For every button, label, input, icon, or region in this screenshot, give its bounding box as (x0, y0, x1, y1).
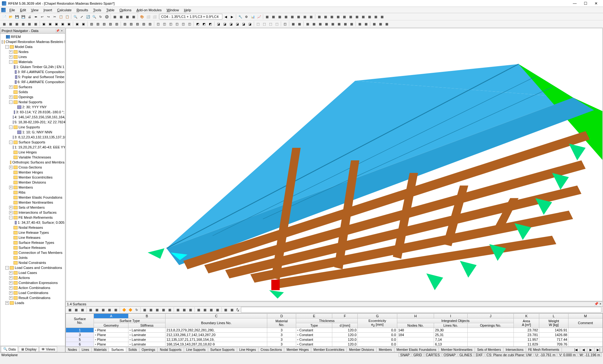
toolbar-button[interactable]: ◩ (201, 21, 207, 27)
toolbar-button[interactable]: ◀ (223, 14, 229, 20)
toolbar-button[interactable]: ◩ (207, 21, 213, 27)
collapse-icon[interactable]: - (5, 266, 9, 270)
table-close-icon[interactable]: × (600, 302, 601, 306)
table-row[interactable]: 6▫ Plane▫ Laminate168,154,19,143,287,20,… (66, 342, 603, 347)
tree-node[interactable]: +Loads (1, 300, 64, 305)
tree-node[interactable]: 3: RF-LAMINATE Composition (1, 69, 64, 74)
bottom-tab-member-elastic-foundations[interactable]: Member Elastic Foundations (394, 348, 439, 352)
table-toolbar-button[interactable]: ▦ (113, 307, 119, 313)
collapse-icon[interactable]: - (9, 141, 13, 144)
tree-node[interactable]: -Nodal Supports (1, 99, 64, 104)
table-toolbar-button[interactable]: ▦ (175, 307, 181, 313)
table-toolbar-button[interactable]: ▦ (100, 307, 106, 313)
table-pin-icon[interactable]: 📌 (594, 302, 599, 306)
navigator-tab-data[interactable]: 🔍Data (1, 346, 18, 352)
toolbar-button[interactable]: ▨ (134, 21, 140, 27)
bottom-tab-nodal-supports[interactable]: Nodal Supports (158, 348, 184, 352)
toolbar-button[interactable]: ▣ (66, 21, 72, 27)
toolbar-button[interactable]: ◫ (180, 21, 186, 27)
tree-node[interactable]: +Result Combinations (1, 295, 64, 300)
toolbar-button[interactable]: 🔘 (104, 14, 110, 20)
toolbar-button[interactable]: ▣ (53, 21, 59, 27)
expand-icon[interactable]: + (9, 296, 13, 300)
toolbar-button[interactable]: 🖨 (26, 14, 32, 20)
navigator-close-icon[interactable]: × (60, 29, 64, 33)
toolbar-button[interactable]: ◫ (161, 21, 167, 27)
tree-node[interactable]: Joints (1, 255, 64, 260)
tree-node[interactable]: Orthotropic Surfaces and Membra (1, 160, 64, 165)
toolbar-button[interactable]: ▦ (357, 21, 363, 27)
expand-icon[interactable]: + (9, 291, 13, 295)
toolbar-button[interactable]: 📈 (256, 14, 262, 20)
toolbar-button[interactable]: ⬚ (261, 21, 267, 27)
tree-node[interactable]: RFEM (1, 34, 64, 39)
tab-nav-button[interactable]: ◀ (580, 348, 587, 352)
collapse-icon[interactable]: - (9, 60, 13, 64)
toolbar-button[interactable]: ▦ (341, 14, 347, 20)
tree-node[interactable]: Member Elastic Foundations (1, 195, 64, 200)
toolbar-button[interactable]: ▦ (26, 21, 32, 27)
menu-edit[interactable]: Edit (18, 8, 29, 13)
bottom-tab-line-hinges[interactable]: Line Hinges (237, 348, 258, 352)
navigator-tree[interactable]: RFEM-Chapel Restoration Maderas Besteiro… (0, 34, 65, 346)
table-toolbar-button[interactable]: ▦ (154, 307, 160, 313)
tree-node[interactable]: +Action Combinations (1, 285, 64, 290)
collapse-icon[interactable]: - (9, 216, 13, 219)
collapse-icon[interactable]: - (9, 126, 13, 129)
table-toolbar-button[interactable]: ▦ (148, 307, 154, 313)
tree-node[interactable]: Ribs (1, 190, 64, 195)
table-row[interactable]: 1▫ Plane▫ Laminate213,8,23,279,282,262,2… (66, 328, 603, 333)
table-toolbar-button[interactable]: ↻ (133, 307, 139, 313)
table-toolbar-button[interactable]: ▦ (142, 307, 148, 313)
tree-node[interactable]: 6: RF-LAMINATE Composition (1, 79, 64, 84)
toolbar-button[interactable]: ▦ (360, 14, 366, 20)
menu-calculate[interactable]: Calculate (55, 8, 74, 13)
table-row[interactable]: 5▫ Plane▫ Laminate12,135,137,21,171,168,… (66, 337, 603, 342)
toolbar-button[interactable]: ▦ (308, 14, 314, 20)
toolbar-button[interactable]: ◫ (282, 21, 288, 27)
tree-node[interactable]: -Chapel Restoration Maderas Besteiro Sp (1, 39, 64, 44)
tree-node[interactable]: 1: Glulam Timber GL24h | EN 1 (1, 64, 64, 69)
table-toolbar-button[interactable]: 🔶 (121, 307, 127, 313)
toolbar-button[interactable]: ▦ (384, 21, 390, 27)
maximize-button[interactable]: ☐ (580, 1, 590, 6)
bottom-tab-member-nonlinearities[interactable]: Member Nonlinearities (439, 348, 475, 352)
toolbar-button[interactable]: ▦ (335, 14, 341, 20)
toolbar-button[interactable]: ↻ (97, 14, 103, 20)
toolbar-button[interactable]: 🎨 (139, 14, 145, 20)
tree-node[interactable]: +Actions (1, 275, 64, 280)
bottom-tab-materials[interactable]: Materials (92, 348, 109, 352)
tree-node[interactable]: +Lines (1, 54, 64, 59)
toolbar-button[interactable]: ▦ (283, 14, 289, 20)
status-segment[interactable]: GLINES (458, 353, 474, 357)
tree-node[interactable]: +Surfaces (1, 84, 64, 89)
table-toolbar-button[interactable]: ▦ (229, 307, 235, 313)
table-toolbar-button[interactable]: ▦ (73, 307, 79, 313)
bottom-tab-nodes[interactable]: Nodes (66, 348, 79, 352)
toolbar-button[interactable]: ▦ (367, 14, 372, 20)
expand-icon[interactable]: + (9, 55, 13, 59)
toolbar-button[interactable]: ▦ (124, 14, 130, 20)
expand-icon[interactable]: + (9, 186, 13, 189)
tab-nav-button[interactable]: ▶ (587, 348, 595, 352)
menu-table[interactable]: Table (104, 8, 117, 13)
toolbar-button[interactable]: ↪ (45, 14, 51, 20)
toolbar-button[interactable]: ▦ (8, 21, 14, 27)
toolbar-button[interactable]: ▦ (296, 21, 302, 27)
tree-node[interactable]: Surface Releases (1, 245, 64, 250)
toolbar-button[interactable]: ⤢ (79, 14, 84, 20)
toolbar-button[interactable]: ▦ (290, 21, 296, 27)
toolbar-button[interactable]: ▦ (118, 14, 124, 20)
menu-insert[interactable]: Insert (41, 8, 55, 13)
toolbar-button[interactable]: ▧ (95, 21, 101, 27)
bottom-tab-member-eccentricities[interactable]: Member Eccentricities (311, 348, 347, 352)
table-toolbar-button[interactable]: ▦ (106, 307, 112, 313)
collapse-icon[interactable]: - (5, 45, 9, 49)
status-segment[interactable]: DXF (474, 353, 484, 357)
status-segment[interactable]: U: -10.761 m (534, 353, 557, 357)
menu-add-on-modules[interactable]: Add-on Modules (134, 8, 164, 13)
toolbar-button[interactable]: ◩ (195, 21, 201, 27)
table-toolbar-button[interactable]: ▦ (167, 307, 173, 313)
toolbar-button[interactable]: ✂ (52, 14, 57, 20)
tree-node[interactable]: Line Hinges (1, 150, 64, 155)
